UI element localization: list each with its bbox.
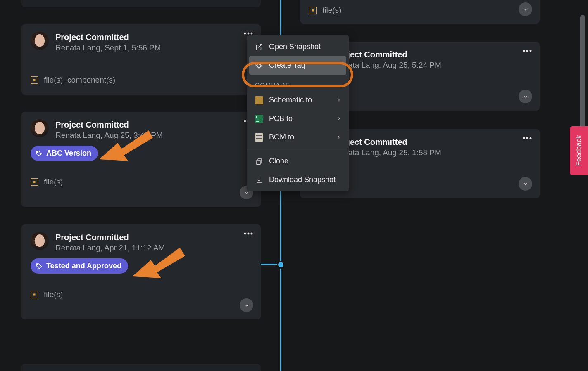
- commit-card: Project Committed Renata Lang, Apr 21, 1…: [21, 224, 261, 319]
- svg-point-8: [248, 233, 250, 235]
- menu-label: Clone: [269, 157, 288, 165]
- tag-icon: [36, 150, 43, 157]
- expand-button[interactable]: [240, 298, 253, 312]
- card-title: Project Committed: [334, 137, 441, 147]
- avatar: [31, 232, 49, 250]
- card-subtitle: Renata Lang, Aug 25, 1:58 PM: [334, 148, 441, 157]
- menu-label: Open Snapshot: [269, 43, 321, 51]
- card-subtitle: Renata Lang, Aug 25, 3:46 PM: [55, 131, 163, 140]
- svg-point-15: [526, 137, 528, 139]
- svg-point-3: [244, 120, 246, 122]
- commit-card: Project Committed Renata Lang, Sept 1, 5…: [21, 24, 261, 95]
- context-menu: Open Snapshot Create Tag COMPARE Schemat…: [247, 35, 349, 191]
- menu-label: Create Tag: [269, 61, 305, 70]
- menu-section-compare: COMPARE: [247, 75, 349, 91]
- svg-point-14: [523, 137, 525, 139]
- more-button[interactable]: [522, 137, 532, 140]
- svg-point-16: [530, 137, 532, 139]
- card-title: Project Committed: [55, 119, 163, 130]
- more-button[interactable]: [243, 32, 253, 35]
- avatar: [31, 119, 49, 137]
- svg-point-9: [251, 233, 253, 235]
- schematic-icon: [255, 96, 263, 104]
- timeline-node: [277, 261, 285, 269]
- bom-icon: [255, 133, 263, 142]
- files-label: file(s): [322, 6, 341, 15]
- svg-point-11: [523, 50, 525, 52]
- svg-point-17: [257, 63, 258, 64]
- scrollbar-thumb[interactable]: [580, 15, 585, 143]
- menu-compare-schematic[interactable]: Schematic to: [247, 91, 349, 109]
- file-icon: [31, 76, 38, 84]
- tag-label: Tested and Approved: [46, 262, 121, 270]
- files-label: file(s): [44, 290, 63, 299]
- external-link-icon: [255, 43, 263, 51]
- card-title: Project Committed: [55, 32, 161, 43]
- pcb-icon: [255, 115, 263, 123]
- svg-point-7: [244, 233, 246, 235]
- version-tag[interactable]: Tested and Approved: [31, 258, 128, 274]
- card-subtitle: Renata Lang, Aug 25, 5:24 PM: [334, 61, 441, 70]
- expand-button[interactable]: [519, 177, 532, 191]
- menu-compare-bom[interactable]: BOM to: [247, 128, 349, 147]
- card-title: Project Committed: [334, 49, 441, 60]
- feedback-label: Feedback: [575, 135, 583, 166]
- menu-open-snapshot[interactable]: Open Snapshot: [247, 38, 349, 56]
- files-label: file(s): [44, 177, 63, 187]
- feedback-tab[interactable]: Feedback: [570, 126, 588, 175]
- menu-clone[interactable]: Clone: [247, 152, 349, 170]
- chevron-right-icon: [336, 114, 341, 123]
- file-icon: [309, 7, 317, 14]
- expand-button[interactable]: [519, 90, 532, 103]
- svg-point-1: [248, 33, 250, 35]
- expand-button[interactable]: [519, 2, 532, 16]
- commit-card-top-right: file(s): [300, 0, 540, 24]
- avatar: [31, 32, 49, 50]
- menu-divider: [247, 149, 349, 149]
- svg-point-2: [251, 33, 253, 35]
- menu-compare-pcb[interactable]: PCB to: [247, 109, 349, 128]
- svg-rect-21: [257, 182, 262, 183]
- copy-icon: [255, 157, 263, 165]
- tag-icon: [255, 61, 263, 70]
- card-subtitle: Renata Lang, Apr 21, 11:12 AM: [55, 243, 165, 253]
- card-stub-top-left: [21, 0, 261, 7]
- menu-label: Download Snapshot: [269, 175, 336, 184]
- tag-label: ABC Version: [46, 149, 91, 158]
- chevron-right-icon: [336, 96, 341, 104]
- menu-label: BOM to: [269, 133, 294, 142]
- svg-marker-20: [257, 180, 261, 182]
- menu-label: Schematic to: [269, 96, 312, 104]
- more-button[interactable]: [243, 232, 253, 235]
- card-title: Project Committed: [55, 232, 165, 243]
- more-button[interactable]: [522, 49, 532, 52]
- chevron-right-icon: [336, 133, 341, 142]
- svg-point-12: [526, 50, 528, 52]
- svg-point-13: [530, 50, 532, 52]
- tag-icon: [36, 262, 43, 270]
- file-icon: [31, 178, 38, 186]
- card-stub-bottom-left: [21, 364, 261, 371]
- download-icon: [255, 176, 263, 184]
- version-tag[interactable]: ABC Version: [31, 146, 98, 161]
- menu-download-snapshot[interactable]: Download Snapshot: [247, 170, 349, 189]
- files-label: file(s), component(s): [44, 76, 115, 85]
- card-subtitle: Renata Lang, Sept 1, 5:56 PM: [55, 43, 161, 52]
- svg-point-0: [244, 33, 246, 35]
- svg-point-10: [37, 264, 38, 265]
- svg-rect-19: [257, 160, 260, 165]
- menu-label: PCB to: [269, 114, 293, 123]
- file-icon: [31, 291, 38, 298]
- commit-card: Project Committed Renata Lang, Aug 25, 3…: [21, 112, 261, 207]
- menu-create-tag[interactable]: Create Tag: [249, 56, 346, 75]
- svg-point-6: [37, 151, 38, 152]
